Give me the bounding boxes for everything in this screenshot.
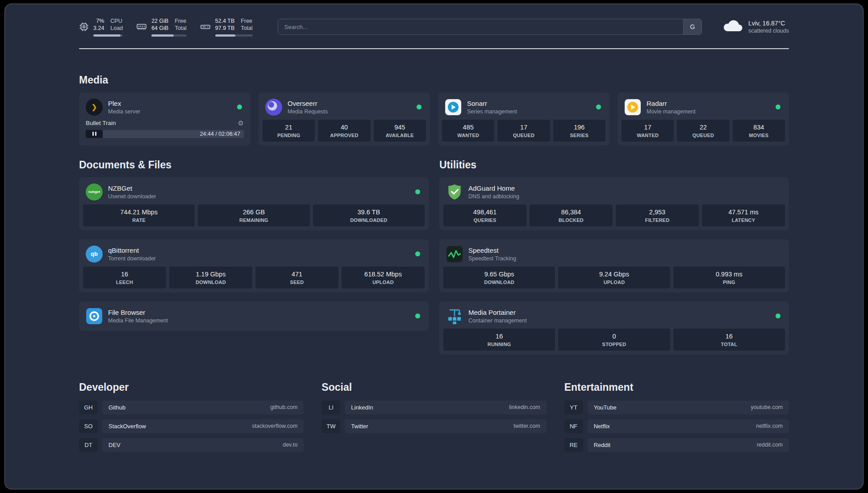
bookmark-abbr: DT: [79, 438, 98, 452]
app-name: Plex: [108, 100, 232, 107]
cpu-widget: 7% 3.24 CPU Load: [79, 17, 123, 37]
speedtest-icon: [446, 246, 463, 263]
memory-icon: [136, 21, 147, 32]
cpu-usage-bar: [93, 34, 123, 37]
bookmark-stackoverflow[interactable]: SO StackOverflowstackoverflow.com: [79, 419, 304, 433]
section-documents: Documents & Files nzbget NZBGet Usenet d…: [79, 159, 429, 355]
bookmark-netflix[interactable]: NF Netflixnetflix.com: [564, 419, 789, 433]
dashboard-window: 7% 3.24 CPU Load: [4, 4, 864, 489]
stat-tile: 17QUEUED: [497, 120, 550, 142]
section-title-documents: Documents & Files: [79, 159, 429, 171]
app-link-radarr[interactable]: Radarr Movie management: [622, 96, 785, 120]
app-name: Speedtest: [468, 246, 782, 254]
status-dot: [415, 251, 420, 256]
section-title-utilities: Utilities: [439, 159, 789, 171]
playback-seek-bar[interactable]: 24:44 / 02:06:47: [86, 130, 244, 138]
app-name: Overseerr: [288, 100, 411, 107]
bookmark-abbr: NF: [564, 419, 583, 433]
section-title-entertainment: Entertainment: [564, 381, 789, 393]
bookmark-linkedin[interactable]: LI LinkedInlinkedin.com: [321, 401, 546, 414]
search-input[interactable]: [278, 19, 683, 34]
app-subtitle: Container management: [468, 318, 770, 324]
cpu-load-value: 3.24: [93, 25, 104, 32]
card-sonarr: Sonarr Series management 485WANTED 17QUE…: [438, 92, 609, 146]
disk-free-value: 52.4 TB: [215, 17, 235, 25]
nzbget-icon: nzbget: [86, 184, 103, 201]
app-link-portainer[interactable]: Media Portainer Container management: [443, 305, 785, 329]
memory-widget: 22 GiB 64 GiB Free Total: [136, 17, 187, 37]
radarr-icon: [624, 99, 641, 116]
bookmark-reddit[interactable]: RE Redditreddit.com: [564, 438, 789, 452]
stat-tile: 22QUEUED: [677, 120, 729, 142]
stat-tile: 0.993 msPING: [673, 267, 785, 288]
status-dot: [237, 104, 242, 109]
pause-button[interactable]: [86, 130, 103, 138]
app-name: Radarr: [647, 100, 770, 107]
card-adguard: AdGuard Home DNS and adblocking 498,461Q…: [439, 177, 789, 230]
stat-tile: 485WANTED: [442, 120, 494, 142]
stat-tile: 21PENDING: [263, 120, 315, 142]
overseerr-icon: [265, 99, 282, 116]
card-plex: ❯ Plex Media server Bullet Train ⚙: [79, 92, 250, 146]
card-portainer: Media Portainer Container management 16R…: [439, 301, 789, 355]
bookmark-github[interactable]: GH Githubgithub.com: [79, 401, 304, 414]
app-link-filebrowser[interactable]: File Browser Media File Management: [83, 305, 425, 327]
search-widget: G: [278, 19, 702, 35]
section-title-media: Media: [79, 74, 789, 86]
app-name: qBittorrent: [108, 246, 410, 254]
bookmark-youtube[interactable]: YT YouTubeyoutube.com: [564, 401, 789, 414]
app-link-nzbget[interactable]: nzbget NZBGet Usenet downloader: [83, 181, 425, 205]
memory-free-value: 22 GiB: [151, 17, 168, 25]
app-link-qbittorrent[interactable]: qb qBittorrent Torrent downloader: [83, 243, 425, 267]
status-dot: [415, 313, 420, 318]
header-divider: [79, 48, 789, 49]
card-filebrowser: File Browser Media File Management: [79, 301, 429, 331]
bookmark-abbr: LI: [321, 401, 340, 414]
memory-total-value: 64 GiB: [151, 25, 168, 32]
app-link-speedtest[interactable]: Speedtest Speedtest Tracking: [443, 243, 785, 267]
gear-icon[interactable]: ⚙: [238, 120, 244, 126]
app-link-adguard[interactable]: AdGuard Home DNS and adblocking: [443, 181, 785, 205]
bookmark-dev[interactable]: DT DEVdev.to: [79, 438, 304, 452]
status-dot: [596, 104, 601, 109]
cpu-label: CPU: [110, 17, 123, 25]
section-utilities: Utilities AdGuard Home DNS and adblockin…: [439, 159, 789, 355]
sonarr-icon: [445, 99, 462, 116]
app-link-overseerr[interactable]: Overseerr Media Requests: [263, 96, 426, 120]
bookmarks-entertainment: Entertainment YT YouTubeyoutube.com NF N…: [564, 381, 789, 452]
adguard-icon: [446, 184, 463, 201]
stat-tile: 16TOTAL: [673, 329, 785, 351]
stat-tile: 498,461QUERIES: [443, 205, 526, 226]
stat-tile: 40APPROVED: [318, 120, 370, 142]
stat-tile: 16RUNNING: [443, 329, 555, 351]
app-name: AdGuard Home: [468, 184, 782, 192]
bookmarks-developer: Developer GH Githubgithub.com SO StackOv…: [79, 381, 304, 452]
stat-tile: 47.571 msLATENCY: [702, 205, 785, 226]
bookmark-twitter[interactable]: TW Twittertwitter.com: [321, 419, 546, 433]
disk-usage-bar: [215, 34, 253, 37]
disk-widget: 52.4 TB 97.9 TB Free Total: [200, 17, 253, 37]
stat-tile: 9.24 GbpsUPLOAD: [558, 267, 670, 288]
weather-widget: Lviv, 16.87°C scattered clouds: [722, 19, 789, 35]
stat-tile: 834MOVIES: [733, 120, 785, 142]
stat-tile: 17WANTED: [622, 120, 674, 142]
app-subtitle: Usenet downloader: [108, 193, 410, 200]
memory-free-label: Free: [175, 17, 186, 25]
top-bar: 7% 3.24 CPU Load: [79, 17, 789, 37]
portainer-icon: [446, 308, 463, 325]
app-name: Sonarr: [467, 100, 591, 107]
search-provider-button[interactable]: G: [683, 19, 701, 34]
weather-location: Lviv, 16.87°C: [748, 20, 789, 27]
stat-tile: 945AVAILABLE: [374, 120, 426, 142]
app-link-plex[interactable]: ❯ Plex Media server: [83, 96, 246, 120]
bookmark-abbr: RE: [564, 438, 583, 452]
plex-now-playing-widget: Bullet Train ⚙ 24:44 / 02:06:47: [83, 120, 246, 140]
bookmarks-social: Social LI LinkedInlinkedin.com TW Twitte…: [321, 381, 546, 452]
stat-tile: 196SERIES: [553, 120, 605, 142]
app-subtitle: Torrent downloader: [108, 255, 410, 262]
bookmark-abbr: TW: [321, 419, 340, 433]
app-subtitle: Speedtest Tracking: [468, 255, 782, 262]
stat-tile: 39.6 TBDOWNLOADED: [313, 205, 425, 226]
app-link-sonarr[interactable]: Sonarr Series management: [442, 96, 605, 120]
now-playing-title: Bullet Train: [86, 120, 116, 126]
